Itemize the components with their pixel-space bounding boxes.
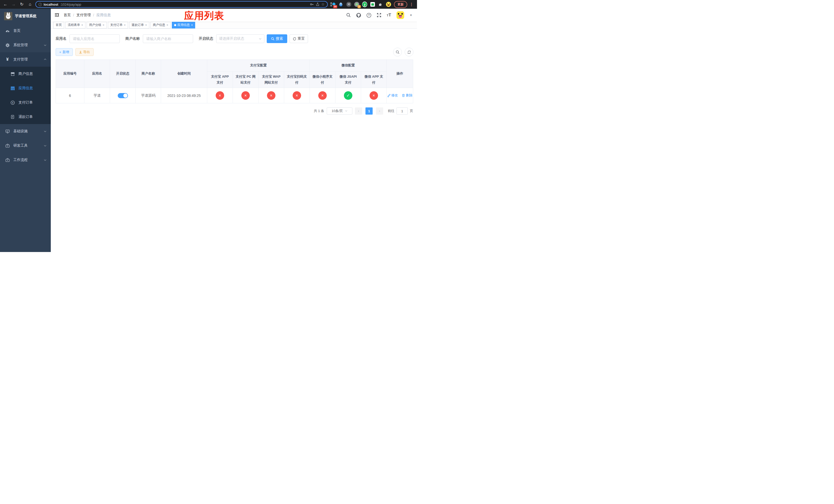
annotation-title: 应用列表 [184,9,224,22]
close-icon[interactable]: × [167,23,168,27]
sidebar-item-workflow[interactable]: 工作流程 [0,153,51,167]
page-number-button[interactable]: 1 [366,108,373,115]
close-icon[interactable]: × [145,23,147,27]
sidebar: 芋道管理系统 首页 系统管理 ¥ 支付管理 [0,9,51,252]
navbar-actions: ? TT ▼ [346,11,412,19]
logo[interactable]: 芋道管理系统 [0,9,51,24]
ext-camera-icon[interactable]: 1 [354,2,359,7]
export-button[interactable]: 导出 [75,48,94,56]
search-button[interactable]: 搜索 [267,35,287,43]
sidebar-item-payment[interactable]: ¥ 支付管理 [0,52,51,67]
sidebar-item-app-info[interactable]: 应用信息 [0,81,51,95]
breadcrumb-home[interactable]: 首页 [64,13,71,18]
back-icon[interactable]: ← [3,2,8,6]
col-header-alipay-pc: 支付宝 PC 网站支付 [233,71,259,88]
total-count: 共 1 条 [314,109,324,113]
close-icon[interactable]: × [124,23,126,27]
status-circle-wx-jsapi: ✓ [344,91,352,100]
page-size-select[interactable]: 10条/页 [327,108,352,115]
status-switch[interactable] [118,93,128,98]
avatar-caret-icon[interactable]: ▼ [410,14,412,17]
forward-icon[interactable]: → [11,2,16,6]
col-header-app-id: 应用编号 [56,60,84,88]
status-circle-alipay-app: × [216,91,224,100]
pagination: 共 1 条 10条/页 ‹ 1 › 前往 页 [56,108,413,115]
col-header-merchant: 商户名称 [136,60,161,88]
extensions-puzzle-icon[interactable] [378,2,383,7]
sidebar-item-system[interactable]: 系统管理 [0,38,51,52]
home-icon[interactable]: ⌂ [27,2,33,6]
tab-merchant-info[interactable]: 商户信息× [151,22,171,28]
add-button[interactable]: + 新增 [56,48,73,56]
url-path: :1024/pay/app [60,3,81,6]
cell-create-time: 2021-10-23 08:49:25 [161,88,207,103]
merchant-name-input[interactable] [143,35,193,43]
tab-process-form[interactable]: 流程表单× [65,22,85,28]
logo-avatar [4,12,12,20]
sidebar-item-refund-orders[interactable]: 退款订单 [0,110,51,124]
ext-tasks-icon[interactable]: 10 [330,2,335,7]
password-key-icon[interactable] [310,2,314,6]
chrome-update-button[interactable]: 更新 [394,1,407,8]
active-dot [174,24,176,26]
sidebar-item-merchant-info[interactable]: 商户信息 [0,67,51,81]
sidebar-item-label: 系统管理 [13,43,40,47]
chrome-menu-icon[interactable] [410,3,413,6]
page-unit-label: 页 [410,109,413,113]
download-icon [79,50,82,54]
close-icon[interactable]: × [81,23,83,27]
delete-link[interactable]: 删除 [402,93,412,98]
search-icon [271,37,275,41]
bookmark-star-icon[interactable]: ☆ [321,2,325,7]
chevron-down-icon [345,110,348,112]
tab-home[interactable]: 首页 [53,22,64,28]
fullscreen-icon[interactable] [377,13,381,18]
tab-refund-orders[interactable]: 退款订单× [129,22,149,28]
goto-page-input[interactable] [396,108,408,115]
show-search-icon[interactable] [393,48,402,56]
close-icon[interactable]: × [103,23,104,27]
cell-merchant: 芋道源码 [136,88,161,103]
status-select[interactable]: 请选择开启状态 [216,35,264,43]
sidebar-menu: 首页 系统管理 ¥ 支付管理 [0,24,51,252]
sidebar-item-label: 首页 [13,28,47,33]
next-page-button[interactable]: › [376,108,383,115]
url-host: localhost [44,3,58,6]
close-icon[interactable]: × [191,23,193,27]
sidebar-collapse-icon[interactable] [54,13,60,18]
sidebar-item-home[interactable]: 首页 [0,24,51,38]
app-name-input[interactable] [69,35,120,43]
tab-app-info[interactable]: 应用信息× [172,22,195,28]
address-bar[interactable]: i localhost:1024/pay/app ☆ [36,1,328,8]
extensions-row: 10 ⌘ 1 y 更新 [330,1,413,8]
ext-command-icon[interactable]: ⌘ [346,2,351,7]
search-icon[interactable] [346,13,351,18]
store-icon [10,72,15,76]
prev-page-button[interactable]: ‹ [355,108,362,115]
reset-button[interactable]: 重置 [289,35,308,43]
ext-balloon-icon[interactable] [338,2,344,7]
plus-icon: + [59,50,61,54]
sidebar-item-pay-orders[interactable]: ¥ 支付订单 [0,95,51,110]
sidebar-item-dev-tools[interactable]: 研发工具 [0,138,51,153]
font-size-icon[interactable]: TT [387,13,391,18]
ext-chat-icon[interactable] [370,2,375,7]
top-navbar: 首页 / 支付管理 / 应用信息 ? TT [51,9,417,22]
github-icon[interactable] [356,13,361,18]
sidebar-item-infrastructure[interactable]: 基础设施 [0,124,51,138]
profile-avatar-icon[interactable] [386,2,391,7]
tab-user-group[interactable]: 用户分组× [87,22,107,28]
share-icon[interactable] [316,2,320,6]
payment-submenu: 商户信息 应用信息 ¥ 支付订单 [0,67,51,124]
table-tools [393,48,413,56]
ext-y-icon[interactable]: y [362,2,367,7]
user-avatar[interactable] [396,11,404,19]
edit-link[interactable]: 修改 [387,93,398,98]
reload-icon[interactable]: ↻ [19,2,25,6]
sidebar-item-label: 研发工具 [13,143,40,148]
help-icon[interactable]: ? [367,13,371,18]
refresh-table-icon[interactable] [405,48,413,56]
site-info-icon[interactable]: i [39,3,42,6]
goto-label: 前往 [388,109,394,113]
tab-pay-orders[interactable]: 支付订单× [108,22,128,28]
